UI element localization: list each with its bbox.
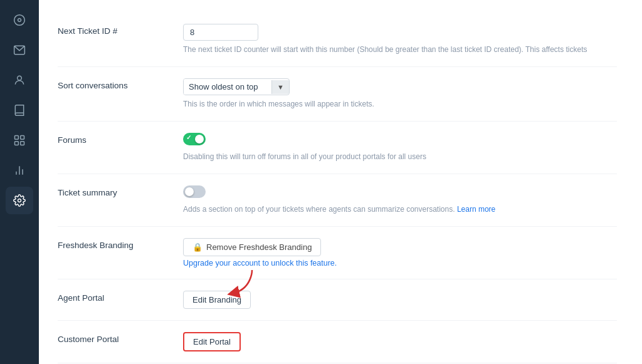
sidebar-item-settings[interactable]: [6, 187, 33, 214]
sort-conversations-select-wrapper[interactable]: Show oldest on top Show newest on top ▼: [183, 78, 290, 95]
setting-control-forums: Disabling this will turn off forums in a…: [183, 133, 617, 162]
edit-branding-button[interactable]: Edit Branding: [183, 291, 251, 309]
main-content: Next Ticket ID # The next ticket ID coun…: [39, 0, 642, 364]
sidebar-item-contacts[interactable]: [6, 66, 33, 94]
setting-row-forums: Forums Disabling this will turn off foru…: [58, 122, 617, 174]
edit-portal-button[interactable]: Edit Portal: [183, 332, 241, 351]
ticket-summary-toggle-thumb: [185, 187, 194, 196]
remove-branding-button[interactable]: 🔒 Remove Freshdesk Branding: [183, 238, 321, 256]
sidebar-item-inbox[interactable]: [6, 36, 33, 64]
svg-rect-7: [21, 142, 24, 145]
forums-description: Disabling this will turn off forums in a…: [183, 151, 617, 162]
sort-conversations-select[interactable]: Show oldest on top Show newest on top: [184, 79, 271, 95]
setting-label-agent-portal: Agent Portal: [58, 291, 183, 303]
forums-toggle[interactable]: [183, 133, 206, 145]
svg-rect-6: [15, 142, 19, 145]
upgrade-link[interactable]: Upgrade your account to unlock this feat…: [183, 259, 617, 268]
setting-label-sort-conversations: Sort conversations: [58, 78, 183, 90]
sidebar-item-tickets[interactable]: [6, 127, 33, 154]
sidebar: [0, 0, 39, 364]
setting-control-customer-portal: Edit Portal: [183, 332, 617, 351]
svg-rect-4: [15, 136, 19, 140]
setting-control-sort-conversations: Show oldest on top Show newest on top ▼ …: [183, 78, 617, 110]
setting-label-next-ticket-id: Next Ticket ID #: [58, 24, 183, 36]
agent-portal-arrow-container: Edit Branding: [183, 291, 251, 309]
setting-control-ticket-summary: Adds a section on top of your tickets wh…: [183, 185, 617, 215]
setting-label-ticket-summary: Ticket summary: [58, 185, 183, 197]
svg-rect-5: [21, 136, 24, 140]
sidebar-item-knowledge[interactable]: [6, 96, 33, 124]
select-arrow-icon: ▼: [271, 80, 289, 94]
ticket-summary-description: Adds a section on top of your tickets wh…: [183, 204, 617, 215]
setting-row-freshdesk-branding: Freshdesk Branding 🔒 Remove Freshdesk Br…: [58, 227, 617, 279]
setting-label-customer-portal: Customer Portal: [58, 332, 183, 344]
setting-control-freshdesk-branding: 🔒 Remove Freshdesk Branding Upgrade your…: [183, 238, 617, 268]
svg-point-0: [14, 15, 25, 26]
next-ticket-id-input[interactable]: [183, 24, 258, 41]
ticket-summary-toggle-track: [183, 185, 206, 198]
sidebar-item-dashboard[interactable]: [6, 6, 33, 34]
setting-row-agent-portal: Agent Portal Edit Branding: [58, 279, 617, 321]
settings-panel: Next Ticket ID # The next ticket ID coun…: [39, 0, 642, 364]
sidebar-item-reports[interactable]: [6, 157, 33, 184]
setting-row-ticket-summary: Ticket summary Adds a section on top of …: [58, 174, 617, 227]
forums-toggle-thumb: [195, 135, 204, 143]
forums-toggle-track: [183, 133, 206, 145]
lock-icon: 🔒: [192, 242, 203, 252]
svg-point-11: [18, 199, 21, 202]
setting-row-sort-conversations: Sort conversations Show oldest on top Sh…: [58, 67, 617, 122]
setting-label-freshdesk-branding: Freshdesk Branding: [58, 238, 183, 250]
setting-label-forums: Forums: [58, 133, 183, 145]
next-ticket-id-description: The next ticket ID counter will start wi…: [183, 44, 617, 55]
sort-conversations-description: This is the order in which messages will…: [183, 98, 617, 110]
ticket-summary-toggle[interactable]: [183, 185, 206, 198]
setting-row-customer-portal: Customer Portal Edit Portal: [58, 321, 617, 363]
setting-control-agent-portal: Edit Branding: [183, 291, 617, 309]
setting-control-next-ticket-id: The next ticket ID counter will start wi…: [183, 24, 617, 55]
svg-point-1: [18, 19, 21, 22]
learn-more-link[interactable]: Learn more: [457, 205, 495, 214]
setting-row-next-ticket-id: Next Ticket ID # The next ticket ID coun…: [58, 13, 617, 67]
svg-point-3: [18, 76, 22, 80]
